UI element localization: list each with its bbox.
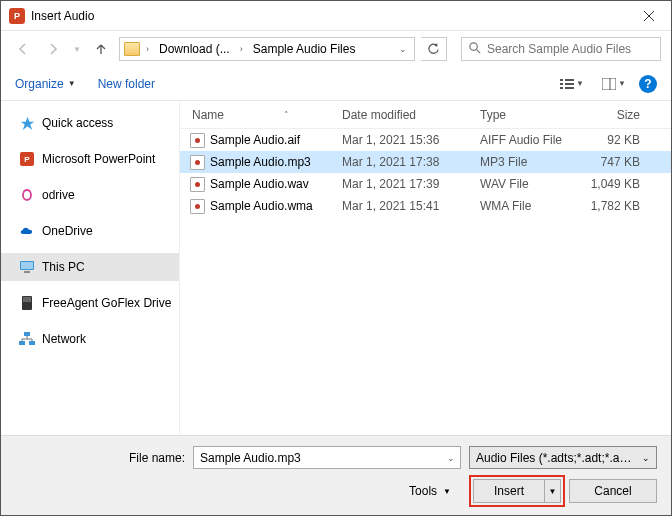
organize-label: Organize (15, 77, 64, 91)
file-size: 92 KB (580, 133, 650, 147)
sidebar-item-drive[interactable]: FreeAgent GoFlex Drive (1, 289, 179, 317)
chevron-right-icon[interactable]: › (143, 44, 152, 54)
audio-file-icon (190, 199, 205, 214)
pc-icon (19, 259, 35, 275)
insert-label: Insert (474, 484, 544, 498)
filename-field[interactable]: ⌄ (193, 446, 461, 469)
chevron-down-icon: ▼ (443, 487, 451, 496)
search-input[interactable] (487, 42, 654, 56)
file-list-pane: Name˄ Date modified Type Size Sample Aud… (179, 101, 671, 439)
svg-rect-8 (560, 87, 563, 89)
file-row[interactable]: Sample Audio.mp3 Mar 1, 2021 17:38 MP3 F… (180, 151, 671, 173)
svg-rect-6 (560, 83, 563, 85)
file-name: Sample Audio.wma (210, 199, 313, 213)
tools-button[interactable]: Tools ▼ (409, 484, 451, 498)
nav-forward-button[interactable] (41, 37, 65, 61)
sidebar-item-label: Quick access (42, 116, 113, 130)
sidebar-item-onedrive[interactable]: OneDrive (1, 217, 179, 245)
sidebar-item-network[interactable]: Network (1, 325, 179, 353)
folder-icon (124, 42, 140, 56)
svg-rect-14 (24, 271, 30, 273)
nav-up-button[interactable] (89, 37, 113, 61)
svg-rect-5 (565, 79, 574, 81)
sidebar-item-odrive[interactable]: odrive (1, 181, 179, 209)
cancel-label: Cancel (594, 484, 631, 498)
column-header-type[interactable]: Type (480, 108, 580, 122)
svg-rect-9 (565, 87, 574, 89)
file-date: Mar 1, 2021 17:38 (342, 155, 480, 169)
sidebar-item-label: Network (42, 332, 86, 346)
cancel-button[interactable]: Cancel (569, 479, 657, 503)
file-row[interactable]: Sample Audio.wma Mar 1, 2021 15:41 WMA F… (180, 195, 671, 217)
sidebar-item-powerpoint[interactable]: P Microsoft PowerPoint (1, 145, 179, 173)
file-date: Mar 1, 2021 15:36 (342, 133, 480, 147)
svg-rect-13 (21, 262, 33, 269)
star-icon (19, 115, 35, 131)
insert-dropdown[interactable]: ▼ (544, 480, 560, 502)
chevron-right-icon[interactable]: › (237, 44, 246, 54)
breadcrumb-item[interactable]: Sample Audio Files (249, 40, 360, 58)
app-icon: P (9, 8, 25, 24)
view-mode-button[interactable]: ▼ (555, 73, 589, 95)
breadcrumb[interactable]: › Download (... › Sample Audio Files ⌄ (119, 37, 415, 61)
svg-rect-17 (24, 332, 30, 336)
file-row[interactable]: Sample Audio.aif Mar 1, 2021 15:36 AIFF … (180, 129, 671, 151)
file-name: Sample Audio.aif (210, 133, 300, 147)
tools-label: Tools (409, 484, 437, 498)
column-header-name[interactable]: Name˄ (180, 108, 342, 122)
sort-indicator-icon: ˄ (284, 110, 289, 120)
file-type-filter[interactable]: Audio Files (*.adts;*.adt;*.aac;*. ⌄ (469, 446, 657, 469)
svg-rect-10 (602, 78, 616, 90)
odrive-icon (19, 187, 35, 203)
sidebar-item-label: FreeAgent GoFlex Drive (42, 296, 171, 310)
chevron-down-icon: ⌄ (642, 453, 650, 463)
breadcrumb-item[interactable]: Download (... (155, 40, 234, 58)
organize-button[interactable]: Organize ▼ (15, 77, 76, 91)
file-date: Mar 1, 2021 15:41 (342, 199, 480, 213)
svg-point-2 (470, 43, 477, 50)
chevron-down-icon[interactable]: ⌄ (396, 44, 410, 54)
sidebar-item-quick-access[interactable]: Quick access (1, 109, 179, 137)
drive-icon (19, 295, 35, 311)
file-size: 1,049 KB (580, 177, 650, 191)
recent-locations-dropdown[interactable]: ▼ (71, 37, 83, 61)
refresh-button[interactable] (421, 37, 447, 61)
file-size: 1,782 KB (580, 199, 650, 213)
file-type: AIFF Audio File (480, 133, 580, 147)
file-type: WMA File (480, 199, 580, 213)
dialog-title: Insert Audio (31, 9, 626, 23)
sidebar-item-label: This PC (42, 260, 85, 274)
search-box[interactable] (461, 37, 661, 61)
preview-pane-button[interactable]: ▼ (597, 73, 631, 95)
audio-file-icon (190, 133, 205, 148)
onedrive-icon (19, 223, 35, 239)
file-row[interactable]: Sample Audio.wav Mar 1, 2021 17:39 WAV F… (180, 173, 671, 195)
nav-back-button[interactable] (11, 37, 35, 61)
svg-rect-19 (29, 341, 35, 345)
svg-rect-7 (565, 83, 574, 85)
help-button[interactable]: ? (639, 75, 657, 93)
audio-file-icon (190, 155, 205, 170)
audio-file-icon (190, 177, 205, 192)
insert-button[interactable]: Insert ▼ (473, 479, 561, 503)
file-size: 747 KB (580, 155, 650, 169)
sidebar-item-label: Microsoft PowerPoint (42, 152, 155, 166)
sidebar-item-label: OneDrive (42, 224, 93, 238)
powerpoint-icon: P (19, 151, 35, 167)
new-folder-button[interactable]: New folder (98, 77, 155, 91)
filename-dropdown-icon[interactable]: ⌄ (442, 453, 460, 463)
file-name: Sample Audio.wav (210, 177, 309, 191)
svg-rect-4 (560, 79, 563, 81)
svg-rect-18 (19, 341, 25, 345)
filename-label: File name: (15, 451, 185, 465)
close-button[interactable] (626, 1, 671, 31)
chevron-down-icon: ▼ (68, 79, 76, 88)
sidebar: Quick access P Microsoft PowerPoint odri… (1, 101, 179, 439)
column-header-date[interactable]: Date modified (342, 108, 480, 122)
column-header-size[interactable]: Size (580, 108, 650, 122)
svg-rect-16 (23, 297, 31, 302)
sidebar-item-this-pc[interactable]: This PC (1, 253, 179, 281)
filter-label: Audio Files (*.adts;*.adt;*.aac;*. (476, 451, 638, 465)
file-type: MP3 File (480, 155, 580, 169)
filename-input[interactable] (194, 451, 442, 465)
